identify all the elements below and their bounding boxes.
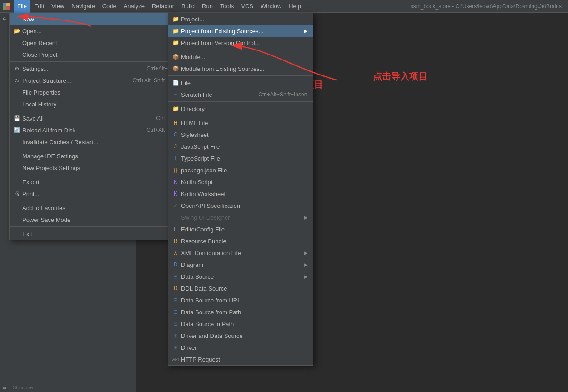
new-sub-module[interactable]: 📦 Module...	[168, 51, 313, 63]
menu-refactor[interactable]: Refactor	[148, 0, 178, 13]
new-sub-module-existing[interactable]: 📦 Module from Existing Sources...	[168, 63, 313, 75]
menu-item-new-projects[interactable]: New Projects Settings ▶	[10, 162, 177, 174]
menubar: File Edit View Navigate Code Analyze Ref…	[0, 0, 568, 13]
menu-view[interactable]: View	[48, 0, 68, 13]
menu-item-reload[interactable]: 🔄 Reload All from Disk Ctrl+Alt+Y	[10, 124, 177, 136]
new-sub-http[interactable]: API HTTP Request	[168, 353, 313, 365]
new-sub-label-ds-url: Data Source from URL	[181, 297, 241, 304]
new-sub-resource-bundle[interactable]: R Resource Bundle	[168, 235, 313, 247]
directory-icon: 📁	[172, 105, 179, 112]
new-sub-data-source[interactable]: ⊟ Data Source ▶	[168, 271, 313, 282]
menu-code[interactable]: Code	[99, 0, 120, 13]
driver-ds-icon: ⊞	[172, 332, 179, 339]
new-sep-4	[168, 116, 313, 116]
new-sub-label-ts: TypeScript File	[181, 155, 220, 162]
new-sub-ddl[interactable]: D DDL Data Source	[168, 282, 313, 294]
menu-item-settings[interactable]: ⚙ Settings... Ctrl+Alt+S	[10, 63, 177, 75]
new-sub-stylesheet[interactable]: C Stylesheet	[168, 129, 313, 141]
menu-label-export: Export	[22, 179, 40, 186]
xml-config-icon: X	[172, 249, 179, 256]
menu-edit[interactable]: Edit	[30, 0, 48, 13]
print-icon: 🖨	[13, 190, 20, 197]
new-sub-package-json[interactable]: {} package.json File	[168, 164, 313, 176]
new-sub-kotlin-ws[interactable]: K Kotlin Worksheet	[168, 188, 313, 200]
menu-label-file-properties: File Properties	[22, 89, 60, 96]
new-sub-driver[interactable]: ⊞ Driver	[168, 342, 313, 353]
new-sub-xml-config[interactable]: X XML Configuration File ▶	[168, 247, 313, 259]
new-sub-ds-in-path[interactable]: ⊟ Data Source in Path	[168, 318, 313, 330]
menu-window[interactable]: Window	[257, 0, 285, 13]
menu-item-export[interactable]: Export ▶	[10, 176, 177, 188]
new-sub-editorconfig[interactable]: E EditorConfig File	[168, 223, 313, 235]
menu-help[interactable]: Help	[285, 0, 305, 13]
new-sub-diagram[interactable]: D Diagram ▶	[168, 259, 313, 271]
menu-file[interactable]: File	[14, 0, 30, 13]
menu-item-project-structure[interactable]: 🗂 Project Structure... Ctrl+Alt+Shift+S	[10, 75, 177, 86]
new-sub-label-package-json: package.json File	[181, 167, 227, 174]
new-sub-swing: Swing UI Designer ▶	[168, 211, 313, 223]
menu-label-exit: Exit	[22, 231, 32, 237]
new-sep-3	[168, 101, 313, 102]
add-favorites-icon	[13, 204, 20, 211]
exit-icon	[13, 230, 20, 237]
menu-item-file-properties[interactable]: File Properties ▶	[10, 86, 177, 98]
menu-run[interactable]: Run	[198, 0, 216, 13]
menu-tools[interactable]: Tools	[216, 0, 237, 13]
new-sub-ds-path[interactable]: ⊟ Data Source from Path	[168, 306, 313, 318]
project-new-icon: 📁	[172, 15, 179, 23]
new-sub-file[interactable]: 📄 File	[168, 77, 313, 89]
menu-navigate[interactable]: Navigate	[68, 0, 98, 13]
new-sub-kotlin-script[interactable]: K Kotlin Script	[168, 176, 313, 188]
ddl-icon: D	[172, 285, 179, 292]
new-sub-label-xml-config: XML Configuration File	[181, 250, 241, 256]
new-projects-icon	[13, 164, 20, 171]
separator-4	[10, 175, 177, 175]
new-sub-ts[interactable]: T TypeScript File	[168, 152, 313, 164]
new-sub-js[interactable]: J JavaScript File	[168, 141, 313, 152]
new-sub-label-scratch: Scratch File	[181, 91, 212, 98]
menu-item-open-recent[interactable]: Open Recent ▶	[10, 37, 177, 49]
kotlin-ws-icon: K	[172, 190, 179, 197]
new-sub-project-existing[interactable]: 📁 Project from Existing Sources... ▶	[168, 25, 313, 37]
menu-analyze[interactable]: Analyze	[120, 0, 148, 13]
menu-item-save-all[interactable]: 💾 Save All Ctrl+S	[10, 112, 177, 124]
menu-label-project-structure: Project Structure...	[22, 77, 71, 84]
menu-item-invalidate[interactable]: Invalidate Caches / Restart...	[10, 136, 177, 148]
new-sub-driver-ds[interactable]: ⊞ Driver and Data Source	[168, 330, 313, 342]
new-sub-openapi[interactable]: ✓ OpenAPI Specification	[168, 200, 313, 211]
menu-item-new[interactable]: New ▶	[10, 13, 177, 25]
new-submenu: 📁 Project... 📁 Project from Existing Sou…	[168, 13, 313, 366]
structure-icon[interactable]: S	[0, 384, 9, 392]
svg-rect-2	[3, 6, 6, 10]
menu-item-close-project[interactable]: Close Project	[10, 49, 177, 60]
open-icon: 📂	[13, 27, 20, 35]
vcs-icon: 📁	[172, 39, 179, 46]
driver-icon: ⊞	[172, 344, 179, 351]
menu-build[interactable]: Build	[178, 0, 198, 13]
menu-item-manage-ide[interactable]: Manage IDE Settings ▶	[10, 150, 177, 162]
menu-item-open[interactable]: 📂 Open...	[10, 25, 177, 37]
kotlin-script-icon: K	[172, 178, 179, 186]
project-existing-icon: 📁	[172, 27, 179, 35]
new-sub-html[interactable]: H HTML File	[168, 117, 313, 129]
new-sub-label-directory: Directory	[181, 106, 205, 112]
menu-item-power-save[interactable]: Power Save Mode	[10, 214, 177, 226]
new-sub-project-vcs[interactable]: 📁 Project from Version Control...	[168, 37, 313, 49]
new-sub-scratch[interactable]: ✏ Scratch File Ctrl+Alt+Shift+Insert	[168, 89, 313, 101]
data-source-icon: ⊟	[172, 273, 179, 280]
module-existing-icon: 📦	[172, 65, 179, 72]
menu-item-local-history[interactable]: Local History ▶	[10, 98, 177, 110]
menu-item-print[interactable]: 🖨 Print...	[10, 188, 177, 200]
menu-item-exit[interactable]: Exit	[10, 228, 177, 240]
new-sub-label-project: Project...	[181, 16, 204, 23]
menu-item-add-favorites[interactable]: Add to Favorites ▶	[10, 202, 177, 214]
data-source-arrow: ▶	[304, 274, 307, 280]
new-sub-ds-url[interactable]: ⊟ Data Source from URL	[168, 294, 313, 306]
svg-rect-3	[6, 6, 10, 10]
new-sep-1	[168, 50, 313, 50]
new-sub-label-module-existing: Module from Existing Sources...	[181, 65, 265, 72]
new-sub-project[interactable]: 📁 Project...	[168, 13, 313, 25]
menu-vcs[interactable]: VCS	[237, 0, 257, 13]
project-icon[interactable]: P	[0, 15, 9, 23]
new-sub-directory[interactable]: 📁 Directory	[168, 103, 313, 115]
